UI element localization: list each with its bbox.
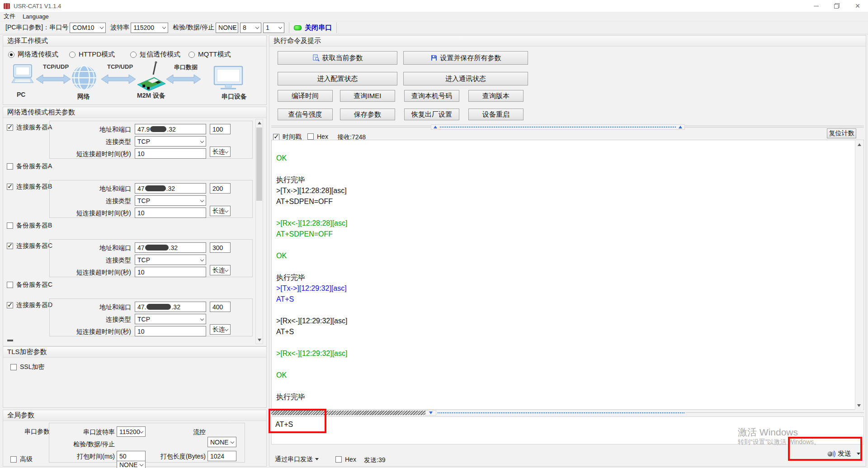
send-splitter[interactable] [271,410,864,416]
log-splitter[interactable] [271,124,864,130]
radio-mqtt[interactable]: MQTT模式 [189,50,231,59]
server-a-type-select[interactable]: TCP [135,136,206,147]
query-signal-button[interactable]: 查信号强度 [278,109,333,120]
checkbox-icon [7,184,13,190]
net-params-scrollbar[interactable] [255,119,263,344]
global-flow-select[interactable]: NONE [208,437,236,447]
server-b-checkbox[interactable]: 连接服务器B [7,183,52,191]
pack-length-input[interactable]: 1024 [208,451,236,461]
menu-language[interactable]: Language [19,12,52,21]
pc-icon [11,64,34,88]
query-version-button[interactable]: 查询版本 [468,90,524,102]
minimize-button[interactable] [806,0,826,12]
radio-httpd[interactable]: HTTPD模式 [69,50,115,59]
scroll-down-icon[interactable] [258,339,261,341]
server-a-port-input[interactable]: 100 [210,124,231,134]
restore-button[interactable] [826,0,847,12]
chevron-down-icon [315,458,319,461]
scroll-up-icon[interactable] [258,122,261,124]
log-area[interactable]: OK 执行完毕>[Tx->][12:28:28][asc]AT+SDPEN=OF… [271,140,864,410]
redacted-text [145,185,166,191]
close-button[interactable]: × [847,0,868,12]
recv-hex-checkbox[interactable]: Hex [307,133,328,140]
log-line: AT+SDPEN=OFF [276,196,853,207]
advanced-checkbox[interactable]: 高级 [10,455,33,463]
scrolled-content-fragment [7,340,13,341]
databits-select[interactable]: 8 [240,23,261,33]
server-c-fieldset: 地址和端口 47.32 300 连接类型 TCP 长连 短连接超时时间(秒) 1… [49,239,253,277]
serial-device-caption: 串口设备 [222,93,247,101]
send-via-dropdown[interactable]: 通过串口发送 [275,455,319,463]
enter-config-button[interactable]: 进入配置状态 [278,72,397,85]
splitter-handle[interactable] [425,410,436,416]
server-b-type-select[interactable]: TCP [135,195,206,206]
scroll-up-icon[interactable] [858,143,861,146]
set-save-params-button[interactable]: 设置并保存所有参数 [403,51,528,65]
command-group: 执行命令及提示 获取当前参数 设置并保存所有参数 进入配置状态 进入通讯状态 编… [269,35,866,467]
log-line: OK [276,370,853,381]
checkbox-icon [335,456,342,463]
global-baud-select[interactable]: 115200 [117,426,146,437]
query-imei-button[interactable]: 查询IMEI [340,90,395,102]
server-d-timeout-input[interactable]: 10 [135,326,206,336]
server-c-port-input[interactable]: 300 [210,242,231,253]
link2-label: TCP/UDP [107,63,133,70]
scrollbar-thumb[interactable] [256,128,262,201]
arrow-icon [101,74,136,86]
log-line: >[Rx<-][12:29:32][asc] [276,348,853,359]
radio-sms-transparent[interactable]: 短信透传模式 [130,50,180,59]
backup-a-checkbox[interactable]: 备份服务器A [7,162,52,170]
reset-count-button[interactable]: 复位计数 [827,128,856,138]
app-icon [4,3,10,9]
stopbits-select[interactable]: 1 [263,23,284,33]
query-number-button[interactable]: 查询本机号码 [404,90,459,102]
net-params-title: 网络透传模式相关参数 [3,107,266,118]
server-c-timeout-input[interactable]: 10 [135,267,206,277]
ssl-checkbox[interactable]: SSL加密 [10,363,44,371]
close-port-button[interactable]: 关闭串口 [305,24,332,32]
server-b-address-input[interactable]: 47.32 [135,183,206,194]
chevron-down-icon [278,26,283,30]
server-b-timeout-input[interactable]: 10 [135,208,206,218]
server-d-type-select[interactable]: TCP [135,314,206,324]
get-params-button[interactable]: 获取当前参数 [278,51,397,65]
log-line: >[Rx<-][12:29:32][asc] [276,316,853,326]
server-c-address-input[interactable]: 47.32 [135,242,206,253]
server-c-checkbox[interactable]: 连接服务器C [7,242,52,250]
backup-c-checkbox[interactable]: 备份服务器C [7,281,52,289]
baud-select[interactable]: 115200 [131,23,168,33]
pack-time-input[interactable]: 50 [117,451,146,461]
server-a-timeout-input[interactable]: 10 [135,148,206,159]
server-b-keep-select[interactable]: 长连 [210,206,231,216]
server-b-port-input[interactable]: 200 [210,183,231,194]
enter-comm-button[interactable]: 进入通讯状态 [403,72,528,85]
server-d-checkbox[interactable]: 连接服务器D [7,301,52,309]
checkbox-icon [307,133,314,140]
server-a-keep-select[interactable]: 长连 [210,147,231,157]
send-hex-checkbox[interactable]: Hex [335,456,356,463]
app-window: USR-CAT1 V1.1.4 × 文件 Language [PC串口参数]：串… [0,0,868,468]
com-port-select[interactable]: COM10 [70,23,106,33]
backup-b-checkbox[interactable]: 备份服务器B [7,222,52,230]
chevron-down-icon [140,430,144,434]
factory-reset-button[interactable]: 恢复出厂设置 [404,109,459,120]
global-fieldset: 串口波特率 115200 流控 NONE 检验/数据/停止 NONE 8 1 打… [49,423,245,463]
save-params-button[interactable]: 保存参数 [340,109,395,120]
server-d-address-input[interactable]: 47..32 [135,302,206,312]
radio-net-transparent[interactable]: 网络透传模式 [8,50,58,59]
log-line: >[Tx->][12:28:28][asc] [276,185,853,196]
parity-select[interactable]: NONE [216,23,238,33]
scroll-down-icon[interactable] [857,404,861,407]
server-c-type-select[interactable]: TCP [135,255,206,265]
compile-time-button[interactable]: 编译时间 [278,90,333,102]
checkbox-icon [7,222,13,229]
menu-file[interactable]: 文件 [0,11,19,21]
server-a-address-input[interactable]: 47.9.32 [135,124,206,134]
splitter-arrow-icon [434,126,437,128]
server-a-checkbox[interactable]: 连接服务器A [7,123,52,132]
server-c-keep-select[interactable]: 长连 [210,265,231,275]
device-restart-button[interactable]: 设备重启 [468,109,524,120]
log-scrollbar[interactable] [855,141,863,410]
server-d-port-input[interactable]: 400 [210,302,231,312]
server-d-keep-select[interactable]: 长连 [210,324,231,335]
